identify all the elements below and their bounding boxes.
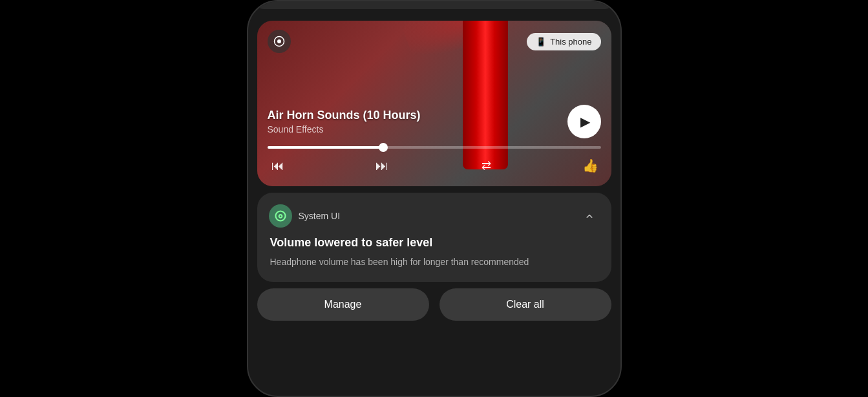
play-button[interactable]: ▶ (567, 105, 601, 138)
manage-button[interactable]: Manage (257, 288, 429, 321)
controls-row: ⏮ ⏭ ⇄ 👍 (268, 155, 601, 176)
cast-button[interactable] (268, 30, 291, 53)
track-title: Air Horn Sounds (10 Hours) (268, 109, 560, 123)
previous-button[interactable]: ⏮ (268, 155, 288, 176)
clear-all-button[interactable]: Clear all (439, 288, 611, 321)
notification-card: System UI Volume lowered to safer level … (257, 193, 611, 282)
music-top-row: 📱 This phone (268, 30, 601, 53)
notification-title: Volume lowered to safer level (270, 235, 598, 250)
phone-small-icon: 📱 (536, 37, 546, 47)
next-button[interactable]: ⏭ (372, 155, 392, 176)
screen-content: 📱 This phone Air Horn Sounds (10 Hours) … (248, 1, 620, 396)
phone-frame: 📱 This phone Air Horn Sounds (10 Hours) … (247, 0, 622, 397)
this-phone-badge[interactable]: 📱 This phone (527, 33, 600, 50)
app-icon (269, 204, 292, 228)
action-buttons: Manage Clear all (248, 288, 620, 331)
progress-bar-track[interactable] (268, 146, 601, 149)
progress-bar-fill (268, 146, 385, 149)
this-phone-label: This phone (550, 37, 591, 47)
app-name: System UI (299, 211, 573, 221)
music-player-card: 📱 This phone Air Horn Sounds (10 Hours) … (257, 21, 611, 186)
music-title-text: Air Horn Sounds (10 Hours) Sound Effects (268, 109, 560, 134)
progress-section: ⏮ ⏭ ⇄ 👍 (268, 146, 601, 176)
svg-point-3 (279, 215, 281, 217)
notification-header: System UI (269, 204, 600, 228)
expand-button[interactable] (579, 206, 600, 226)
shuffle-button[interactable]: ⇄ (476, 155, 496, 176)
play-icon: ▶ (580, 114, 590, 129)
like-button[interactable]: 👍 (580, 155, 600, 176)
notification-description: Headphone volume has been high for longe… (270, 255, 598, 269)
notification-body: Volume lowered to safer level Headphone … (269, 235, 600, 269)
svg-point-1 (277, 39, 281, 43)
music-title-row: Air Horn Sounds (10 Hours) Sound Effects… (268, 105, 601, 138)
music-overlay: 📱 This phone Air Horn Sounds (10 Hours) … (257, 21, 611, 186)
top-partial-card (256, 1, 613, 9)
progress-handle (379, 143, 388, 152)
track-subtitle: Sound Effects (268, 124, 560, 134)
music-info-section: Air Horn Sounds (10 Hours) Sound Effects… (268, 105, 601, 176)
